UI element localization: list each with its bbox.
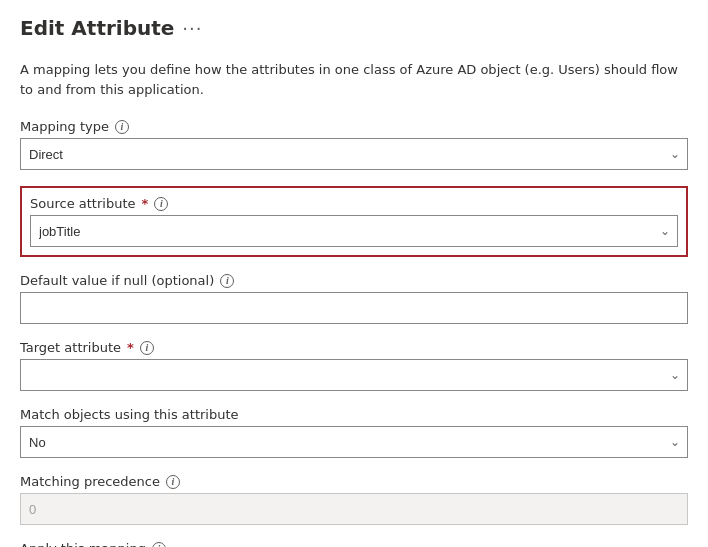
target-attribute-select-wrapper: ⌄ xyxy=(20,359,688,391)
matching-precedence-label: Matching precedence i xyxy=(20,474,688,489)
mapping-type-label: Mapping type i xyxy=(20,119,688,134)
target-attribute-info-icon[interactable]: i xyxy=(140,341,154,355)
matching-precedence-group: Matching precedence i xyxy=(20,474,688,525)
mapping-type-group: Mapping type i Direct Constant Expressio… xyxy=(20,119,688,170)
page-header: Edit Attribute ··· xyxy=(20,16,688,40)
source-attribute-label-text: Source attribute xyxy=(30,196,136,211)
apply-mapping-label: Apply this mapping i xyxy=(20,541,688,547)
match-objects-select-wrapper: No Yes ⌄ xyxy=(20,426,688,458)
mapping-type-info-icon[interactable]: i xyxy=(115,120,129,134)
apply-mapping-info-icon[interactable]: i xyxy=(152,542,166,548)
mapping-type-label-text: Mapping type xyxy=(20,119,109,134)
target-attribute-select[interactable] xyxy=(20,359,688,391)
target-attribute-required: * xyxy=(127,340,134,355)
matching-precedence-info-icon[interactable]: i xyxy=(166,475,180,489)
matching-precedence-input xyxy=(20,493,688,525)
match-objects-group: Match objects using this attribute No Ye… xyxy=(20,407,688,458)
mapping-type-select-wrapper: Direct Constant Expression ⌄ xyxy=(20,138,688,170)
target-attribute-group: Target attribute * i ⌄ xyxy=(20,340,688,391)
default-value-info-icon[interactable]: i xyxy=(220,274,234,288)
page-description: A mapping lets you define how the attrib… xyxy=(20,60,688,99)
match-objects-label-text: Match objects using this attribute xyxy=(20,407,239,422)
apply-mapping-group: Apply this mapping i Always Only during … xyxy=(20,541,688,547)
more-options-icon[interactable]: ··· xyxy=(182,18,202,39)
match-objects-label: Match objects using this attribute xyxy=(20,407,688,422)
default-value-group: Default value if null (optional) i xyxy=(20,273,688,324)
default-value-input[interactable] xyxy=(20,292,688,324)
source-attribute-label: Source attribute * i xyxy=(30,196,678,211)
source-attribute-select[interactable]: jobTitle xyxy=(30,215,678,247)
apply-mapping-label-text: Apply this mapping xyxy=(20,541,146,547)
mapping-type-select[interactable]: Direct Constant Expression xyxy=(20,138,688,170)
source-attribute-select-wrapper: jobTitle ⌄ xyxy=(30,215,678,247)
source-attribute-group: Source attribute * i jobTitle ⌄ xyxy=(20,186,688,257)
default-value-label: Default value if null (optional) i xyxy=(20,273,688,288)
source-attribute-info-icon[interactable]: i xyxy=(154,197,168,211)
matching-precedence-label-text: Matching precedence xyxy=(20,474,160,489)
match-objects-select[interactable]: No Yes xyxy=(20,426,688,458)
source-attribute-required: * xyxy=(142,196,149,211)
page-title: Edit Attribute xyxy=(20,16,174,40)
default-value-label-text: Default value if null (optional) xyxy=(20,273,214,288)
target-attribute-label-text: Target attribute xyxy=(20,340,121,355)
target-attribute-label: Target attribute * i xyxy=(20,340,688,355)
